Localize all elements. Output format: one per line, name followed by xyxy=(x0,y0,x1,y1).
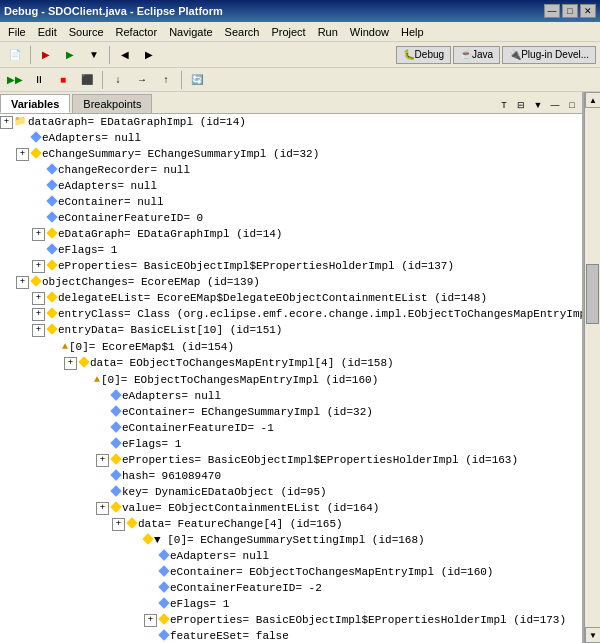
new-button[interactable]: 📄 xyxy=(4,45,26,65)
tree-row-10[interactable]: +objectChanges= EcoreEMap (id=139) xyxy=(0,274,582,290)
tree-row-19[interactable]: eContainerFeatureID= -1 xyxy=(0,420,582,436)
expand-btn-15[interactable]: + xyxy=(64,357,77,370)
dropdown-run[interactable]: ▼ xyxy=(83,45,105,65)
expand-btn-10[interactable]: + xyxy=(16,276,29,289)
expand-btn-12[interactable]: + xyxy=(32,308,45,321)
tree-row-13[interactable]: +entryData= BasicEList[10] (id=151) xyxy=(0,322,582,338)
step-over-btn[interactable]: → xyxy=(131,70,153,90)
tree-row-2[interactable]: +eChangeSummary= EChangeSummaryImpl (id=… xyxy=(0,146,582,162)
tree-row-6[interactable]: eContainerFeatureID= 0 xyxy=(0,210,582,226)
run-button[interactable]: ▶ xyxy=(59,45,81,65)
scroll-up-btn[interactable]: ▲ xyxy=(585,92,600,108)
menu-source[interactable]: Source xyxy=(63,24,110,40)
suspend-btn[interactable]: ⏸ xyxy=(28,70,50,90)
tree-row-30[interactable]: eFlags= 1 xyxy=(0,596,582,612)
tree-row-4[interactable]: eAdapters= null xyxy=(0,178,582,194)
collapse-all-btn[interactable]: ⊟ xyxy=(513,97,529,113)
expand-btn-9[interactable]: + xyxy=(32,260,45,273)
menu-run[interactable]: Run xyxy=(312,24,344,40)
scroll-track[interactable] xyxy=(585,108,600,627)
tree-row-12[interactable]: +entryClass= Class (org.eclipse.emf.ecor… xyxy=(0,306,582,322)
tree-row-17[interactable]: eAdapters= null xyxy=(0,388,582,404)
tree-row-24[interactable]: +value= EObjectContainmentEList (id=164) xyxy=(0,500,582,516)
tree-label-27: eAdapters= null xyxy=(170,548,582,564)
menu-file[interactable]: File xyxy=(2,24,32,40)
tree-row-31[interactable]: +eProperties= BasicEObjectImpl$EProperti… xyxy=(0,612,582,628)
menu-help[interactable]: Help xyxy=(395,24,430,40)
tree-row-18[interactable]: eContainer= EChangeSummaryImpl (id=32) xyxy=(0,404,582,420)
tree-area[interactable]: +📁dataGraph= EDataGraphImpl (id=14)eAdap… xyxy=(0,114,582,643)
tree-row-7[interactable]: +eDataGraph= EDataGraphImpl (id=14) xyxy=(0,226,582,242)
disconnect-btn[interactable]: ⬛ xyxy=(76,70,98,90)
tree-label-3: changeRecorder= null xyxy=(58,162,582,178)
minimize-panel-btn[interactable]: — xyxy=(547,97,563,113)
drop-to-frame-btn[interactable]: 🔄 xyxy=(186,70,208,90)
tree-row-29[interactable]: eContainerFeatureID= -2 xyxy=(0,580,582,596)
menu-window[interactable]: Window xyxy=(344,24,395,40)
back-button[interactable]: ◀ xyxy=(114,45,136,65)
tree-row-25[interactable]: +data= FeatureChange[4] (id=165) xyxy=(0,516,582,532)
terminate-btn[interactable]: ■ xyxy=(52,70,74,90)
panel-tabs: Variables Breakpoints T ⊟ ▼ — □ xyxy=(0,92,582,114)
tree-row-23[interactable]: key= DynamicEDataObject (id=95) xyxy=(0,484,582,500)
diamond-yellow-icon xyxy=(30,274,42,290)
diamond-yellow-icon xyxy=(110,452,122,468)
diamond-yellow-icon xyxy=(46,258,58,274)
expand-btn-0[interactable]: + xyxy=(0,116,13,129)
tree-label-16: [0]= EObjectToChangesMapEntryImpl (id=16… xyxy=(101,372,582,388)
tree-row-26[interactable]: ▼ [0]= EChangeSummarySettingImpl (id=168… xyxy=(0,532,582,548)
tree-row-14[interactable]: ▲[0]= EcoreEMap$1 (id=154) xyxy=(0,338,582,355)
tree-label-25: data= FeatureChange[4] (id=165) xyxy=(138,516,582,532)
maximize-panel-btn[interactable]: □ xyxy=(564,97,580,113)
expand-btn-13[interactable]: + xyxy=(32,324,45,337)
tree-row-1[interactable]: eAdapters= null xyxy=(0,130,582,146)
tree-label-7: eDataGraph= EDataGraphImpl (id=14) xyxy=(58,226,582,242)
plugin-perspective[interactable]: 🔌 Plug-in Devel... xyxy=(502,46,596,64)
view-menu-btn[interactable]: ▼ xyxy=(530,97,546,113)
menu-refactor[interactable]: Refactor xyxy=(110,24,164,40)
separator-3 xyxy=(102,71,103,89)
maximize-button[interactable]: □ xyxy=(562,4,578,18)
debug-button[interactable]: ▶ xyxy=(35,45,57,65)
minimize-button[interactable]: — xyxy=(544,4,560,18)
menu-navigate[interactable]: Navigate xyxy=(163,24,218,40)
tab-breakpoints[interactable]: Breakpoints xyxy=(72,94,152,113)
menu-search[interactable]: Search xyxy=(219,24,266,40)
show-type-names-btn[interactable]: T xyxy=(496,97,512,113)
tree-row-3[interactable]: changeRecorder= null xyxy=(0,162,582,178)
expand-btn-24[interactable]: + xyxy=(96,502,109,515)
tree-row-15[interactable]: +data= EObjectToChangesMapEntryImpl[4] (… xyxy=(0,355,582,371)
tree-label-30: eFlags= 1 xyxy=(170,596,582,612)
java-perspective[interactable]: ☕ Java xyxy=(453,46,500,64)
tree-row-21[interactable]: +eProperties= BasicEObjectImpl$EProperti… xyxy=(0,452,582,468)
close-button[interactable]: ✕ xyxy=(580,4,596,18)
debug-perspective[interactable]: 🐛 Debug xyxy=(396,46,451,64)
menu-project[interactable]: Project xyxy=(265,24,311,40)
tree-row-11[interactable]: +delegateEList= EcoreEMap$DelegateEObjec… xyxy=(0,290,582,306)
scroll-thumb[interactable] xyxy=(586,264,599,324)
tree-row-5[interactable]: eContainer= null xyxy=(0,194,582,210)
left-panel: Variables Breakpoints T ⊟ ▼ — □ +📁dataGr… xyxy=(0,92,584,643)
tree-row-8[interactable]: eFlags= 1 xyxy=(0,242,582,258)
resume-btn[interactable]: ▶▶ xyxy=(4,70,26,90)
expand-btn-11[interactable]: + xyxy=(32,292,45,305)
tree-row-9[interactable]: +eProperties= BasicEObjectImpl$EProperti… xyxy=(0,258,582,274)
expand-btn-31[interactable]: + xyxy=(144,614,157,627)
expand-btn-25[interactable]: + xyxy=(112,518,125,531)
tree-row-0[interactable]: +📁dataGraph= EDataGraphImpl (id=14) xyxy=(0,114,582,130)
expand-btn-7[interactable]: + xyxy=(32,228,45,241)
scroll-down-btn[interactable]: ▼ xyxy=(585,627,600,643)
tab-variables[interactable]: Variables xyxy=(0,94,70,113)
step-return-btn[interactable]: ↑ xyxy=(155,70,177,90)
tree-row-32[interactable]: featureESet= false xyxy=(0,628,582,643)
tree-row-27[interactable]: eAdapters= null xyxy=(0,548,582,564)
expand-btn-2[interactable]: + xyxy=(16,148,29,161)
tree-row-16[interactable]: ▲[0]= EObjectToChangesMapEntryImpl (id=1… xyxy=(0,371,582,388)
tree-row-20[interactable]: eFlags= 1 xyxy=(0,436,582,452)
tree-row-28[interactable]: eContainer= EObjectToChangesMapEntryImpl… xyxy=(0,564,582,580)
menu-edit[interactable]: Edit xyxy=(32,24,63,40)
tree-row-22[interactable]: hash= 961089470 xyxy=(0,468,582,484)
expand-btn-21[interactable]: + xyxy=(96,454,109,467)
forward-button[interactable]: ▶ xyxy=(138,45,160,65)
step-into-btn[interactable]: ↓ xyxy=(107,70,129,90)
